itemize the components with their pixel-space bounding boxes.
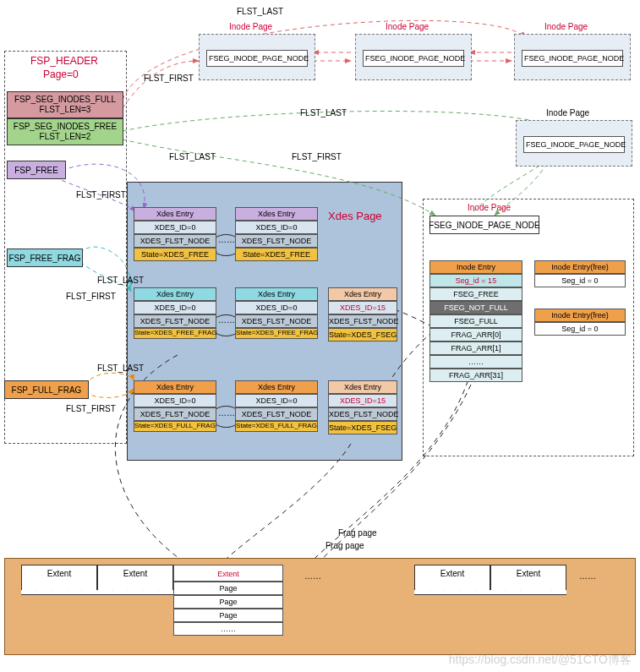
extent-2: Extent — [97, 565, 173, 590]
page-1: Page — [173, 582, 283, 595]
ie-full: FSEG_FULL — [429, 314, 522, 328]
inode-page-title-1: Inode Page — [229, 22, 272, 31]
extent-red: Extent — [173, 565, 283, 582]
frag-page-1: Frag page — [338, 528, 377, 538]
ie-dots: …… — [429, 355, 522, 369]
r2c2-id: XDES_ID=0 — [235, 301, 318, 314]
dots-r2: …… — [218, 315, 235, 325]
flst-first-orange: FLST_FIRST — [66, 404, 116, 413]
r3c1-id: XDES_ID=0 — [134, 394, 216, 407]
xdes-entry-r2c1: Xdes Entry XDES_ID=0 XDES_FLST_NODE Stat… — [134, 287, 216, 339]
ief1-title: Inode Entry(free) — [534, 260, 626, 274]
fsp-header-subtitle: Page=0 — [43, 68, 79, 80]
r2c1-id: XDES_ID=0 — [134, 301, 216, 314]
xdes-page-title: Xdes Page — [328, 210, 382, 222]
dots-r1: …… — [218, 235, 235, 244]
page-3: Page — [173, 609, 283, 622]
r3c1-state: State=XDES_FULL_FRAG — [134, 421, 216, 432]
flst-last-orange: FLST_LAST — [97, 363, 144, 373]
dots-r3: …… — [218, 408, 235, 418]
inode-page-2: Inode Page FSEG_INODE_PAGE_NODE — [355, 34, 472, 80]
ie-frag1: FRAG_ARR[1] — [429, 341, 522, 355]
fsp-seg-inodes-full: FSP_SEG_INODES_FULL FLST_LEN=3 — [7, 91, 123, 118]
fsp-full-l1: FSP_SEG_INODES_FULL — [14, 95, 116, 105]
r1c2-node: XDES_FLST_NODE — [235, 234, 318, 248]
page-2: Page — [173, 595, 283, 609]
xdes-entry-r1c2: Xdes Entry XDES_ID=0 XDES_FLST_NODE Stat… — [235, 207, 318, 261]
flst-first-top: FLST_FIRST — [144, 74, 194, 83]
inode-entry-free-1: Inode Entry(free) Seg_id = 0 — [534, 260, 626, 287]
r2c2-state: State=XDES_FREE_FRAG — [235, 328, 318, 339]
ie-frag0: FRAG_ARR[0] — [429, 328, 522, 341]
fseg1-state: State=XDES_FSEG — [328, 328, 397, 341]
page-dots: …… — [173, 622, 283, 636]
inode-page-title-4: Inode Page — [546, 108, 589, 117]
r3c2-state: State=XDES_FULL_FRAG — [235, 421, 318, 432]
r3c1-node: XDES_FLST_NODE — [134, 407, 216, 421]
extent-1: Extent — [21, 565, 97, 590]
xdes-entry-r3c1: Xdes Entry XDES_ID=0 XDES_FLST_NODE Stat… — [134, 380, 216, 432]
inode-page-1: Inode Page FSEG_INODE_PAGE_NODE — [199, 34, 315, 80]
xdes-entry-fseg2: Xdes Entry XDES_ID=15 XDES_FLST_NODE Sta… — [328, 380, 397, 434]
xdes-entry-r2c2: Xdes Entry XDES_ID=0 XDES_FLST_NODE Stat… — [235, 287, 318, 339]
inode-inner-1: FSEG_INODE_PAGE_NODE — [206, 50, 308, 67]
r2c2-node: XDES_FLST_NODE — [235, 314, 318, 328]
r1c2-state: State=XDES_FREE — [235, 248, 318, 261]
r1c1-id: XDES_ID=0 — [134, 221, 216, 234]
r3c2-title: Xdes Entry — [235, 380, 318, 394]
fsp-full-frag: FSP_FULL_FRAG — [4, 380, 89, 399]
fseg2-state: State=XDES_FSEG — [328, 421, 397, 434]
fsp-free-l1: FSP_SEG_INODES_FREE — [14, 122, 117, 132]
inode-page-title-3: Inode Page — [544, 22, 588, 31]
ie-free: FSEG_FREE — [429, 287, 522, 301]
fsp-free-frag: FSP_FREE_FRAG — [7, 249, 83, 267]
ie-not-full: FSEG_NOT_FULL — [429, 301, 522, 314]
fsp-free-l2: FLST_LEN=2 — [40, 132, 91, 142]
inode-inner-2: FSEG_INODE_PAGE_NODE — [363, 50, 464, 67]
r2c1-node: XDES_FLST_NODE — [134, 314, 216, 328]
r3c1-title: Xdes Entry — [134, 380, 216, 394]
r1c1-state: State=XDES_FREE — [134, 248, 216, 261]
fseg1-title: Xdes Entry — [328, 287, 397, 301]
inode-page-3: Inode Page FSEG_INODE_PAGE_NODE — [514, 34, 631, 80]
ief2-title: Inode Entry(free) — [534, 309, 626, 322]
xdes-entry-r1c1: Xdes Entry XDES_ID=0 XDES_FLST_NODE Stat… — [134, 207, 216, 261]
ief1-seg: Seg_id = 0 — [534, 274, 626, 287]
inode-panel-title: Inode Page — [468, 203, 511, 212]
r2c2-title: Xdes Entry — [235, 287, 318, 301]
ie-title: Inode Entry — [429, 260, 522, 274]
fseg2-id: XDES_ID=15 — [328, 394, 397, 407]
flst-last-green: FLST_LAST — [300, 108, 347, 117]
flst-last-cyan: FLST_LAST — [97, 276, 144, 285]
inode-page-4: Inode Page FSEG_INODE_PAGE_NODE — [516, 120, 632, 167]
r1c1-node: XDES_FLST_NODE — [134, 234, 216, 248]
inode-inner-4: FSEG_INODE_PAGE_NODE — [523, 136, 625, 153]
r3c2-id: XDES_ID=0 — [235, 394, 318, 407]
flst-first-green: FLST_FIRST — [292, 152, 342, 161]
xdes-entry-fseg1: Xdes Entry XDES_ID=15 XDES_FLST_NODE Sta… — [328, 287, 397, 341]
extent-4: Extent — [414, 565, 490, 590]
inode-entry: Inode Entry Seg_id = 15 FSEG_FREE FSEG_N… — [429, 260, 522, 382]
fsp-free: FSP_FREE — [7, 161, 66, 179]
flst-first-purple: FLST_FIRST — [76, 190, 126, 199]
flst-first-cyan: FLST_FIRST — [66, 292, 116, 301]
extent-dots-1: …… — [304, 571, 321, 581]
ie-frag31: FRAG_ARR[31] — [429, 369, 522, 382]
inode-inner-3: FSEG_INODE_PAGE_NODE — [522, 50, 623, 67]
fseg2-node: XDES_FLST_NODE — [328, 407, 397, 421]
inode-panel-inner: FSEG_INODE_PAGE_NODE — [429, 216, 539, 234]
fsp-header-title: FSP_HEADER — [30, 55, 98, 67]
fsp-seg-inodes-free: FSP_SEG_INODES_FREE FLST_LEN=2 — [7, 118, 123, 145]
fseg1-node: XDES_FLST_NODE — [328, 314, 397, 328]
r1c2-title: Xdes Entry — [235, 207, 318, 221]
frag-page-2: Frag page — [325, 541, 364, 550]
inode-page-title-2: Inode Page — [386, 22, 429, 31]
extent-pages: Extent Page Page Page …… — [173, 565, 283, 636]
inode-entry-free-2: Inode Entry(free) Seg_id = 0 — [534, 309, 626, 336]
ie-seg: Seg_id = 15 — [429, 274, 522, 287]
xdes-entry-r3c2: Xdes Entry XDES_ID=0 XDES_FLST_NODE Stat… — [235, 380, 318, 432]
fseg1-id: XDES_ID=15 — [328, 301, 397, 314]
fsp-full-l2: FLST_LEN=3 — [40, 105, 91, 115]
fseg2-title: Xdes Entry — [328, 380, 397, 394]
ief2-seg: Seg_id = 0 — [534, 322, 626, 336]
